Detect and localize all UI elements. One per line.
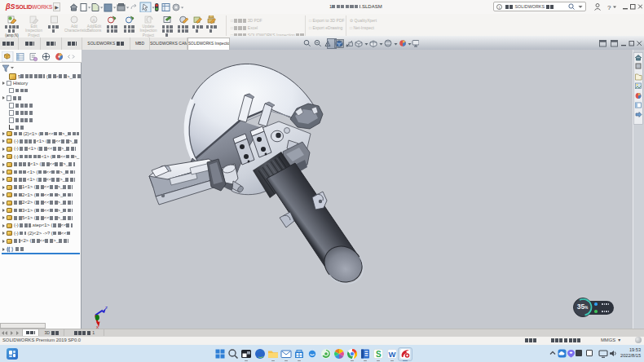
svg-text:W: W (388, 350, 395, 359)
svg-text:S: S (376, 350, 382, 359)
svg-text:z: z (105, 305, 108, 310)
svg-text:A: A (92, 18, 95, 23)
svg-text:?: ? (607, 4, 611, 11)
